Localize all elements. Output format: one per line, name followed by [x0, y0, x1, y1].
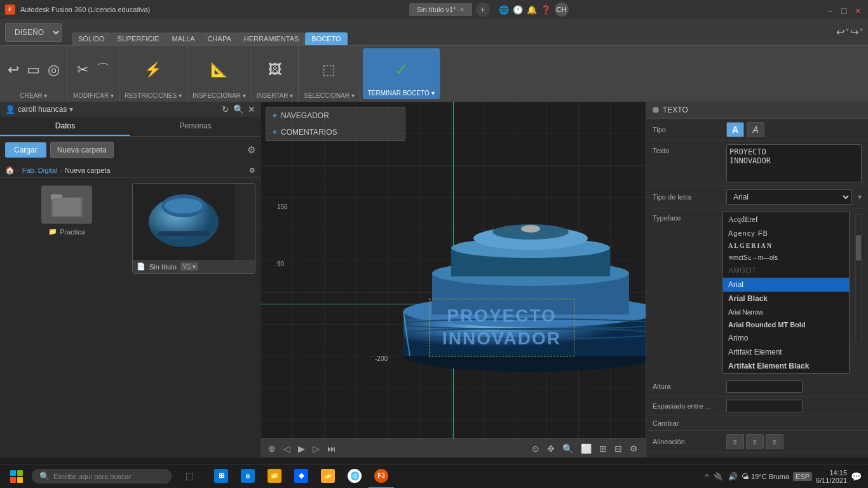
taskbar-search[interactable]: 🔍 Escribe aquí para buscar	[32, 469, 172, 484]
taskbar-app-store[interactable]: ⊞	[208, 464, 234, 489]
clock-icon[interactable]: 🕐	[513, 5, 523, 15]
tipo-label: Tipo	[653, 126, 722, 133]
close-sidebar-icon[interactable]: ✕	[248, 104, 255, 114]
design-dropdown[interactable]: DISEÑO	[5, 23, 62, 42]
pan-btn[interactable]: ✥	[545, 442, 557, 455]
tipo-btn2[interactable]: A	[747, 122, 764, 137]
display-btn[interactable]: ⊟	[612, 442, 625, 455]
font-arial-rounded[interactable]: Arial Rounded MT Bold	[723, 318, 849, 331]
font-list[interactable]: AcqdEref Agency FB ALGERIAN ≅mctSⅽ→m—ols…	[722, 212, 850, 374]
font-acqderef[interactable]: AcqdEref	[723, 212, 849, 227]
tipo-letra-dropdown[interactable]: Arial	[726, 189, 851, 205]
font-arial-black[interactable]: Arial Black	[723, 292, 849, 306]
font-artifakt[interactable]: Artifakt Element	[723, 345, 849, 359]
seleccionar-btn[interactable]: ⬚	[320, 60, 338, 79]
tab-herramientas[interactable]: HERRAMIENTAS	[238, 32, 306, 45]
font-arial-narrow[interactable]: Arial Narrow	[723, 306, 849, 318]
canvas-area[interactable]: + NAVEGADOR + COMENTARIOS 150 90 -200 -1…	[261, 102, 646, 438]
restricciones-btn[interactable]: ⚡	[142, 60, 164, 79]
prev-btn[interactable]: ◁	[281, 442, 293, 455]
font-list-scrollbar[interactable]	[855, 214, 862, 341]
minimize-button[interactable]: −	[827, 6, 835, 13]
bell-icon[interactable]: 🔔	[527, 5, 537, 15]
tab-chapa[interactable]: CHAPA	[201, 32, 238, 45]
tab-superficie[interactable]: SUPERFICIE	[111, 32, 166, 45]
font-amgot[interactable]: AMGOT	[723, 264, 849, 278]
settings-canvas-btn[interactable]: ⚙	[627, 442, 641, 455]
view-cube-btn[interactable]: ⬜	[578, 442, 594, 455]
tipo-btn1[interactable]: A	[726, 122, 744, 137]
tab-solido[interactable]: SÓLIDO	[72, 32, 111, 45]
taskbar-app-files[interactable]: 📁	[262, 464, 287, 489]
taskbar-app-chrome[interactable]: 🌐	[342, 464, 367, 489]
folder-practica[interactable]: 📁 Practica	[5, 183, 128, 274]
maximize-button[interactable]: □	[841, 6, 849, 13]
user-dropdown-icon[interactable]: ▾	[69, 105, 73, 114]
zoom-btn[interactable]: 🔍	[560, 442, 576, 455]
font-dropdown-arrow[interactable]: ▾	[858, 193, 862, 201]
tab-datos[interactable]: Datos	[0, 117, 130, 136]
redo-dropdown[interactable]: ▾	[860, 26, 863, 38]
tab-add-button[interactable]: +	[476, 3, 490, 17]
font-algerian[interactable]: ALGERIAN	[723, 240, 849, 252]
settings-icon[interactable]: ⚙	[247, 144, 255, 156]
next-btn[interactable]: ▷	[310, 442, 322, 455]
taskbar-app-edge[interactable]: e	[235, 464, 261, 489]
file-sin-titulo[interactable]: 📄 Sin título V1 ▾	[132, 183, 255, 274]
font-symbol[interactable]: ≅mctSⅽ→m—ols	[723, 252, 849, 264]
scissors-icon: ✂	[77, 62, 88, 78]
inspeccionar-btn[interactable]: 📐	[208, 60, 230, 79]
systray-arrow[interactable]: ^	[705, 473, 709, 480]
espaciado-input[interactable]	[726, 400, 803, 412]
globe-icon[interactable]: 🌐	[499, 5, 509, 15]
canvas-text-line2: INNOVADOR	[442, 327, 561, 350]
panel-close-dot[interactable]	[653, 107, 659, 113]
undo-dropdown[interactable]: ▾	[846, 26, 849, 38]
tab-boceto[interactable]: BOCETO	[305, 32, 347, 45]
file-version[interactable]: V1 ▾	[180, 262, 198, 271]
cargar-button[interactable]: Cargar	[5, 142, 46, 158]
play-btn[interactable]: ▶	[295, 442, 308, 455]
last-btn[interactable]: ⏭	[325, 442, 339, 455]
nueva-carpeta-button[interactable]: Nueva carpeta	[50, 142, 114, 158]
font-agency-fb[interactable]: Agency FB	[723, 227, 849, 240]
crear-arc-btn[interactable]: ↩	[5, 60, 22, 79]
file-doc-icon: 📄	[137, 262, 146, 271]
close-button[interactable]: ×	[855, 6, 863, 13]
crear-rect-btn[interactable]: ▭	[24, 60, 43, 79]
orbit-btn[interactable]: ⊙	[529, 442, 542, 455]
redo-button[interactable]: ↪	[850, 26, 858, 38]
font-artifakt-black[interactable]: Artifakt Element Black	[723, 359, 849, 373]
refresh-icon[interactable]: ↻	[222, 104, 229, 114]
align-left-btn[interactable]: ≡	[726, 434, 744, 449]
breadcrumb-settings-icon[interactable]: ⚙	[249, 166, 255, 175]
start-button[interactable]	[4, 464, 29, 489]
insertar-image-btn[interactable]: 🖼	[266, 60, 285, 79]
notification-icon[interactable]: 💬	[851, 471, 862, 482]
grid-btn[interactable]: ⊞	[597, 442, 609, 455]
tab-malla[interactable]: MALLA	[166, 32, 201, 45]
modificar-trim-btn[interactable]: ⌒	[93, 59, 112, 81]
font-arimo[interactable]: Arimo	[723, 331, 849, 345]
undo-button[interactable]: ↩	[836, 26, 844, 38]
user-avatar[interactable]: CH	[555, 3, 569, 17]
texto-input[interactable]: PROYECTO INNOVADOR	[726, 144, 862, 182]
tab-personas[interactable]: Personas	[130, 117, 261, 136]
taskbar-app-fusion[interactable]: F3	[369, 464, 394, 489]
tab-close-icon[interactable]: ×	[459, 5, 464, 14]
search-icon[interactable]: 🔍	[233, 104, 244, 114]
crear-circle-btn[interactable]: ◎	[45, 60, 62, 79]
taskbar-app-dropbox[interactable]: ◆	[288, 464, 314, 489]
align-center-btn[interactable]: ≡	[746, 434, 764, 449]
taskbar-app-folder[interactable]: 📂	[315, 464, 341, 489]
tab-main[interactable]: Sin título v1* ×	[409, 3, 472, 16]
font-arial[interactable]: Arial	[723, 278, 849, 292]
breadcrumb-fabdigital[interactable]: Fab. Digital	[22, 166, 58, 174]
modificar-scissors-btn[interactable]: ✂	[74, 60, 91, 79]
align-right-btn[interactable]: ≡	[766, 434, 783, 449]
help-icon[interactable]: ❓	[541, 5, 551, 15]
terminar-boceto-btn[interactable]: ✓	[391, 58, 411, 81]
fit-view-btn[interactable]: ⊕	[266, 442, 278, 455]
altura-input[interactable]	[726, 380, 803, 393]
taskview-btn[interactable]: ⬚	[177, 464, 202, 489]
